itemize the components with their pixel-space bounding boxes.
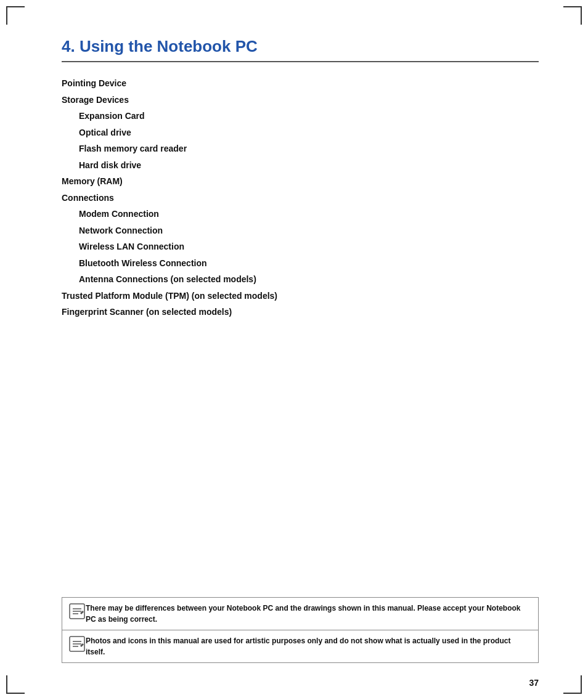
toc-item: Trusted Platform Module (TPM) (on select… (62, 288, 539, 304)
note-text-1: Photos and icons in this manual are used… (86, 635, 532, 657)
notes-section: There may be differences between your No… (62, 597, 539, 663)
corner-mark-bottom-right (563, 675, 582, 694)
toc-item: Flash memory card reader (62, 141, 539, 157)
toc-item: Hard disk drive (62, 158, 539, 173)
toc-item: Pointing Device (62, 76, 539, 91)
corner-mark-top-left (6, 6, 25, 25)
page-container: 4. Using the Notebook PC Pointing Device… (0, 0, 588, 700)
toc-item: Optical drive (62, 125, 539, 140)
note-icon-1 (68, 635, 86, 655)
corner-mark-top-right (563, 6, 582, 25)
toc-item: Expansion Card (62, 108, 539, 124)
toc-item: Modem Connection (62, 206, 539, 222)
title-rule (62, 61, 539, 62)
toc-item: Connections (62, 190, 539, 206)
toc-item: Memory (RAM) (62, 174, 539, 189)
note-text-0: There may be differences between your No… (86, 603, 532, 625)
toc-item: Fingerprint Scanner (on selected models) (62, 304, 539, 320)
toc-item: Network Connection (62, 223, 539, 238)
chapter-title: 4. Using the Notebook PC (62, 37, 539, 56)
page-number: 37 (529, 678, 539, 688)
note-box-1: Photos and icons in this manual are used… (62, 630, 539, 663)
toc-list: Pointing DeviceStorage DevicesExpansion … (62, 76, 539, 320)
note-box-0: There may be differences between your No… (62, 597, 539, 630)
toc-item: Wireless LAN Connection (62, 239, 539, 254)
toc-item: Storage Devices (62, 92, 539, 108)
toc-item: Bluetooth Wireless Connection (62, 256, 539, 271)
toc-item: Antenna Connections (on selected models) (62, 272, 539, 287)
note-icon-0 (68, 603, 86, 622)
corner-mark-bottom-left (6, 675, 25, 694)
